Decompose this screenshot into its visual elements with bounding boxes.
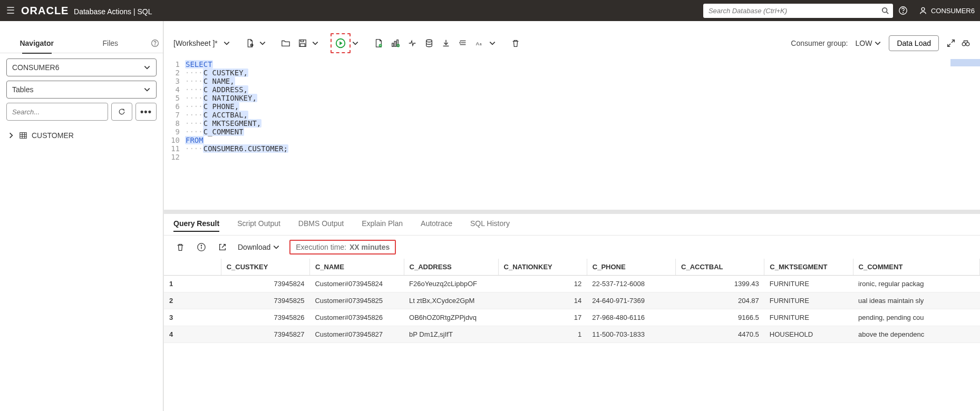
download-button[interactable] [438, 35, 454, 51]
info-icon [197, 242, 206, 252]
table-icon [19, 131, 27, 140]
format-button[interactable] [455, 35, 471, 51]
object-tree: CUSTOMER [0, 126, 163, 145]
worksheet-toolbar: [Worksheet ]* Aa [164, 27, 980, 59]
clear-results-button[interactable] [174, 241, 186, 253]
svg-point-6 [155, 44, 156, 45]
worksheet-name[interactable]: [Worksheet ]* [173, 39, 218, 47]
pane-splitter[interactable] [164, 210, 980, 214]
chevron-down-icon[interactable] [312, 40, 319, 47]
svg-point-0 [882, 7, 887, 12]
sidebar-help-icon[interactable] [147, 39, 163, 47]
tab-explain-plan[interactable]: Explain Plan [362, 219, 403, 232]
tab-script-output[interactable]: Script Output [237, 219, 280, 232]
save-button[interactable] [295, 35, 311, 51]
chevron-down-icon[interactable] [223, 40, 230, 47]
svg-rect-7 [20, 133, 26, 139]
username-label: CONSUMER6 [931, 7, 975, 15]
sql-editor[interactable]: 123456789101112 SELECT····C_CUSTKEY,····… [164, 59, 980, 210]
object-type-value: Tables [12, 85, 33, 94]
data-load-button[interactable]: Data Load [889, 35, 939, 51]
tab-autotrace[interactable]: Autotrace [421, 219, 452, 232]
help-icon[interactable] [893, 0, 913, 21]
tab-files[interactable]: Files [74, 33, 148, 53]
execution-time-highlight: Execution time: XX minutes [289, 240, 396, 255]
logo-text: ORACLE [21, 5, 69, 16]
expand-icon[interactable] [946, 38, 956, 48]
global-search-input[interactable] [703, 4, 893, 18]
product-name: Database Actions | SQL [74, 7, 152, 16]
ellipsis-icon: ••• [140, 106, 152, 118]
chevron-down-icon[interactable] [489, 40, 496, 47]
svg-text:a: a [480, 42, 482, 46]
explain-plan-button[interactable] [387, 35, 403, 51]
external-link-icon [218, 242, 227, 252]
svg-point-28 [962, 43, 965, 46]
oracle-logo: ORACLE Database Actions | SQL [21, 5, 152, 17]
table-row[interactable]: 273945825Customer#073945825Lt ztBx,XCydc… [164, 292, 980, 309]
app-header: ☰ ORACLE Database Actions | SQL CONSUMER… [0, 0, 980, 21]
table-row[interactable]: 173945824Customer#073945824F26oYeuzq2cLi… [164, 276, 980, 292]
chevron-down-icon[interactable] [259, 40, 266, 47]
global-search[interactable] [703, 4, 893, 18]
svg-point-3 [903, 13, 903, 13]
execution-time-value: XX minutes [350, 243, 390, 251]
results-tab-bar: Query Result Script Output DBMS Output E… [164, 214, 980, 236]
info-button[interactable] [196, 241, 207, 253]
refresh-button[interactable] [111, 103, 132, 121]
autotrace-button[interactable] [404, 35, 420, 51]
svg-point-29 [966, 43, 969, 46]
minimap[interactable] [950, 59, 980, 66]
new-document-button[interactable] [242, 35, 258, 51]
user-menu[interactable]: CONSUMER6 [913, 6, 980, 15]
trash-icon [511, 38, 520, 48]
svg-rect-19 [394, 41, 396, 46]
results-toolbar: Download Execution time: XX minutes [164, 236, 980, 259]
svg-text:A: A [476, 41, 479, 46]
run-highlight [331, 33, 351, 53]
execution-time-label: Execution time: [296, 243, 346, 251]
svg-line-1 [887, 12, 889, 14]
open-folder-button[interactable] [278, 35, 294, 51]
chevron-right-icon [7, 132, 15, 139]
table-row[interactable]: 373945826Customer#073945826OB6hOZ0RtgZPP… [164, 309, 980, 326]
schema-select[interactable]: CONSUMER6 [6, 58, 157, 76]
tab-sql-history[interactable]: SQL History [470, 219, 510, 232]
open-new-button[interactable] [217, 241, 228, 253]
tab-navigator[interactable]: Navigator [0, 33, 74, 53]
clear-button[interactable] [508, 35, 523, 51]
run-statement-button[interactable] [333, 36, 348, 51]
svg-point-4 [921, 7, 925, 11]
navigator-sidebar: Navigator Files CONSUMER6 Tables •• [0, 21, 163, 411]
object-search-input[interactable] [6, 103, 108, 121]
tree-item-customer[interactable]: CUSTOMER [7, 129, 156, 142]
tab-query-result[interactable]: Query Result [173, 219, 219, 232]
user-icon [918, 6, 928, 15]
run-script-button[interactable] [371, 35, 386, 51]
svg-rect-18 [392, 43, 393, 46]
chevron-down-icon [874, 40, 881, 47]
search-icon [881, 7, 889, 14]
object-type-select[interactable]: Tables [6, 81, 157, 99]
hamburger-menu-icon[interactable]: ☰ [0, 5, 21, 16]
svg-rect-15 [300, 44, 305, 46]
svg-point-22 [426, 40, 432, 42]
chevron-down-icon [143, 64, 151, 71]
tab-dbms-output[interactable]: DBMS Output [298, 219, 344, 232]
svg-point-31 [201, 245, 201, 246]
consumer-group-select[interactable]: LOW [856, 39, 882, 47]
more-options-button[interactable]: ••• [135, 103, 157, 121]
chevron-down-icon [143, 86, 151, 93]
play-icon [335, 37, 346, 49]
sql-history-button[interactable] [421, 35, 437, 51]
text-size-button[interactable]: Aa [472, 35, 488, 51]
svg-rect-14 [300, 40, 303, 42]
results-grid[interactable]: C_CUSTKEYC_NAMEC_ADDRESSC_NATIONKEYC_PHO… [164, 259, 980, 411]
binoculars-icon[interactable] [961, 38, 971, 48]
table-row[interactable]: 473945827Customer#073945827bP Dm1Z,sjIfT… [164, 326, 980, 343]
chevron-down-icon [273, 243, 280, 251]
tree-item-label: CUSTOMER [32, 131, 74, 140]
refresh-icon [118, 107, 126, 116]
download-results-button[interactable]: Download [238, 243, 280, 251]
chevron-down-icon[interactable] [352, 40, 359, 47]
